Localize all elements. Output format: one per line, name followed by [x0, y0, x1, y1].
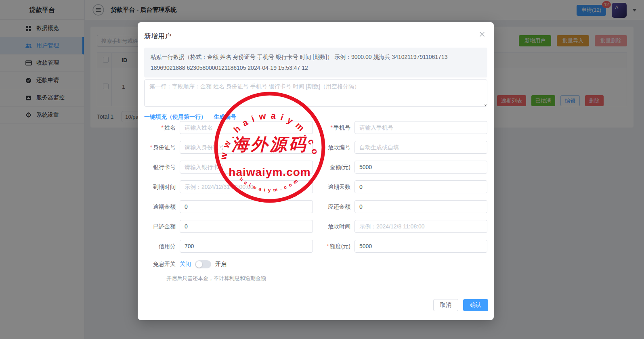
field-label-loan-no: 放款编号	[313, 141, 355, 154]
add-user-dialog: 新增用户 粘贴一行数据（格式：金额 姓名 身份证号 手机号 银行卡号 时间 [期…	[138, 22, 494, 320]
interest-free-toggle[interactable]	[195, 260, 211, 268]
required-asterisk: *	[327, 243, 329, 249]
field-label-overdue-amount: 逾期金额	[144, 200, 180, 213]
overdue-amount-input[interactable]	[180, 200, 313, 213]
confirm-button[interactable]: 确认	[463, 299, 488, 311]
required-asterisk: *	[150, 144, 152, 151]
field-label-bank-card: 银行卡号	[144, 161, 180, 174]
amount-input[interactable]	[355, 161, 487, 174]
credit-limit-input[interactable]	[355, 240, 487, 253]
field-label: 免息开关	[144, 261, 180, 268]
toggle-off-label: 关闭	[180, 261, 191, 268]
required-asterisk: *	[331, 124, 333, 131]
field-label-loan-time: 放款时间	[313, 220, 355, 233]
loan-no-input[interactable]	[355, 141, 487, 154]
generate-number-link[interactable]: 生成编号	[214, 113, 236, 121]
cancel-button[interactable]: 取消	[433, 299, 458, 311]
overdue-days-input[interactable]	[355, 180, 487, 193]
one-click-fill-link[interactable]: 一键填充（使用第一行）	[144, 113, 206, 121]
toggle-on-label: 开启	[215, 261, 227, 268]
loan-time-input[interactable]	[355, 220, 487, 233]
field-label-id-number: *身份证号	[144, 141, 180, 154]
field-label-credit-limit: *额度(元)	[313, 240, 355, 253]
close-icon[interactable]	[478, 31, 486, 38]
phone-input[interactable]	[355, 121, 487, 134]
field-label-phone: *手机号	[313, 121, 355, 134]
field-label-overdue-days: 逾期天数	[313, 180, 355, 193]
due-time-input[interactable]	[180, 180, 313, 193]
user-form: *姓名*手机号*身份证号放款编号银行卡号金额(元)到期时间逾期天数逾期金额应还金…	[144, 121, 489, 282]
field-label-repayable-amount: 应还金额	[313, 200, 355, 213]
paste-format-hint: 粘贴一行数据（格式：金额 姓名 身份证号 手机号 银行卡号 时间 [期数]） 示…	[144, 48, 487, 77]
field-label-credit-score: 信用分	[144, 240, 180, 253]
paste-data-textarea[interactable]	[144, 80, 487, 107]
required-asterisk: *	[162, 124, 164, 131]
dialog-title: 新增用户	[144, 31, 172, 41]
field-label-name: *姓名	[144, 121, 180, 134]
interest-free-row: 免息开关 关闭 开启	[144, 259, 489, 269]
field-label-due-time: 到期时间	[144, 180, 180, 193]
repayable-amount-input[interactable]	[355, 200, 487, 213]
interest-free-hint: 开启后只需还本金，不计算利息和逾期金额	[166, 275, 489, 282]
field-label-repaid-amount: 已还金额	[144, 220, 180, 233]
bank-card-input[interactable]	[180, 161, 313, 174]
field-label-amount: 金额(元)	[313, 161, 355, 174]
repaid-amount-input[interactable]	[180, 220, 313, 233]
credit-score-input[interactable]	[180, 240, 313, 253]
id-number-input[interactable]	[180, 141, 313, 154]
modal-form: *姓名*手机号*身份证号放款编号银行卡号金额(元)到期时间逾期天数逾期金额应还金…	[144, 121, 489, 253]
name-input[interactable]	[180, 121, 313, 134]
